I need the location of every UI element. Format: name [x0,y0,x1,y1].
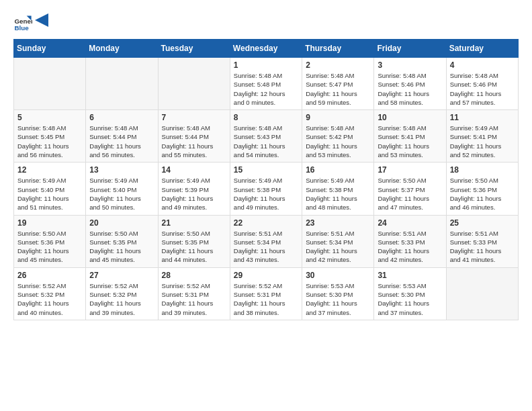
day-info: Sunrise: 5:49 AM Sunset: 5:38 PM Dayligh… [306,176,370,212]
day-number: 14 [162,165,226,175]
day-number: 21 [162,218,226,228]
calendar-cell: 13Sunrise: 5:49 AM Sunset: 5:40 PM Dayli… [86,163,158,215]
day-info: Sunrise: 5:49 AM Sunset: 5:39 PM Dayligh… [162,176,226,212]
calendar-cell: 19Sunrise: 5:50 AM Sunset: 5:36 PM Dayli… [14,215,86,267]
day-number: 16 [306,165,370,175]
day-number: 2 [306,60,370,70]
calendar-cell: 22Sunrise: 5:51 AM Sunset: 5:34 PM Dayli… [230,215,302,267]
calendar-cell: 30Sunrise: 5:53 AM Sunset: 5:30 PM Dayli… [302,267,374,320]
calendar-table: SundayMondayTuesdayWednesdayThursdayFrid… [13,39,519,320]
day-info: Sunrise: 5:48 AM Sunset: 5:43 PM Dayligh… [234,124,298,159]
calendar-cell: 10Sunrise: 5:48 AM Sunset: 5:41 PM Dayli… [374,110,446,163]
calendar-cell: 29Sunrise: 5:52 AM Sunset: 5:31 PM Dayli… [230,267,302,320]
calendar-cell: 21Sunrise: 5:50 AM Sunset: 5:35 PM Dayli… [158,215,230,267]
weekday-header: Friday [374,40,446,58]
day-number: 5 [17,113,82,122]
logo-icon: General Blue [13,13,32,32]
calendar-cell: 23Sunrise: 5:51 AM Sunset: 5:34 PM Dayli… [302,215,374,267]
day-number: 25 [450,218,515,228]
day-number: 29 [234,271,298,280]
day-info: Sunrise: 5:50 AM Sunset: 5:35 PM Dayligh… [162,229,226,265]
day-number: 13 [89,165,154,175]
day-number: 17 [378,165,442,175]
logo: General Blue [13,13,48,32]
day-number: 23 [306,218,370,228]
day-number: 6 [89,113,154,122]
day-number: 22 [234,218,298,228]
calendar-week-row: 19Sunrise: 5:50 AM Sunset: 5:36 PM Dayli… [14,215,519,267]
day-info: Sunrise: 5:48 AM Sunset: 5:46 PM Dayligh… [450,71,515,107]
calendar-cell: 8Sunrise: 5:48 AM Sunset: 5:43 PM Daylig… [230,110,302,163]
calendar-cell [86,58,158,110]
day-info: Sunrise: 5:48 AM Sunset: 5:46 PM Dayligh… [378,71,442,107]
day-info: Sunrise: 5:50 AM Sunset: 5:37 PM Dayligh… [378,176,442,212]
day-info: Sunrise: 5:50 AM Sunset: 5:35 PM Dayligh… [89,229,154,265]
calendar-week-row: 26Sunrise: 5:52 AM Sunset: 5:32 PM Dayli… [14,267,519,320]
day-info: Sunrise: 5:52 AM Sunset: 5:32 PM Dayligh… [17,281,82,317]
weekday-header: Monday [86,40,158,58]
calendar-cell: 4Sunrise: 5:48 AM Sunset: 5:46 PM Daylig… [446,58,518,110]
day-info: Sunrise: 5:49 AM Sunset: 5:40 PM Dayligh… [89,176,154,212]
day-number: 9 [306,113,370,122]
weekday-header: Sunday [14,40,86,58]
calendar-cell: 3Sunrise: 5:48 AM Sunset: 5:46 PM Daylig… [374,58,446,110]
day-info: Sunrise: 5:48 AM Sunset: 5:44 PM Dayligh… [89,124,154,159]
calendar-cell: 7Sunrise: 5:48 AM Sunset: 5:44 PM Daylig… [158,110,230,163]
calendar-cell [14,58,86,110]
day-info: Sunrise: 5:48 AM Sunset: 5:47 PM Dayligh… [306,71,370,107]
day-info: Sunrise: 5:53 AM Sunset: 5:30 PM Dayligh… [306,281,370,317]
day-number: 20 [89,218,154,228]
day-info: Sunrise: 5:48 AM Sunset: 5:41 PM Dayligh… [378,124,442,159]
weekday-header: Saturday [446,40,518,58]
day-number: 28 [162,271,226,280]
day-info: Sunrise: 5:50 AM Sunset: 5:36 PM Dayligh… [17,229,82,265]
calendar-cell: 17Sunrise: 5:50 AM Sunset: 5:37 PM Dayli… [374,163,446,215]
day-number: 31 [378,271,442,280]
calendar-week-row: 12Sunrise: 5:49 AM Sunset: 5:40 PM Dayli… [14,163,519,215]
day-info: Sunrise: 5:52 AM Sunset: 5:31 PM Dayligh… [234,281,298,317]
day-number: 12 [17,165,82,175]
day-number: 10 [378,113,442,122]
calendar-cell: 11Sunrise: 5:49 AM Sunset: 5:41 PM Dayli… [446,110,518,163]
day-number: 11 [450,113,515,122]
day-number: 15 [234,165,298,175]
day-info: Sunrise: 5:48 AM Sunset: 5:45 PM Dayligh… [17,124,82,159]
day-number: 4 [450,60,515,70]
day-number: 30 [306,271,370,280]
calendar-week-row: 1Sunrise: 5:48 AM Sunset: 5:48 PM Daylig… [14,58,519,110]
calendar-cell [446,267,518,320]
day-number: 7 [162,113,226,122]
day-number: 18 [450,165,515,175]
day-info: Sunrise: 5:52 AM Sunset: 5:31 PM Dayligh… [162,281,226,317]
weekday-header: Wednesday [230,40,302,58]
day-info: Sunrise: 5:50 AM Sunset: 5:36 PM Dayligh… [450,176,515,212]
day-info: Sunrise: 5:52 AM Sunset: 5:32 PM Dayligh… [89,281,154,317]
calendar-cell: 2Sunrise: 5:48 AM Sunset: 5:47 PM Daylig… [302,58,374,110]
day-number: 19 [17,218,82,228]
weekday-header: Thursday [302,40,374,58]
day-info: Sunrise: 5:48 AM Sunset: 5:44 PM Dayligh… [162,124,226,159]
logo-arrow-icon [35,13,48,27]
calendar-week-row: 5Sunrise: 5:48 AM Sunset: 5:45 PM Daylig… [14,110,519,163]
day-info: Sunrise: 5:51 AM Sunset: 5:33 PM Dayligh… [378,229,442,265]
weekday-header: Tuesday [158,40,230,58]
calendar-cell: 26Sunrise: 5:52 AM Sunset: 5:32 PM Dayli… [14,267,86,320]
calendar-cell: 12Sunrise: 5:49 AM Sunset: 5:40 PM Dayli… [14,163,86,215]
day-number: 26 [17,271,82,280]
calendar-cell: 15Sunrise: 5:49 AM Sunset: 5:38 PM Dayli… [230,163,302,215]
day-info: Sunrise: 5:51 AM Sunset: 5:33 PM Dayligh… [450,229,515,265]
calendar-cell: 24Sunrise: 5:51 AM Sunset: 5:33 PM Dayli… [374,215,446,267]
day-info: Sunrise: 5:53 AM Sunset: 5:30 PM Dayligh… [378,281,442,317]
calendar-cell: 20Sunrise: 5:50 AM Sunset: 5:35 PM Dayli… [86,215,158,267]
calendar-cell: 5Sunrise: 5:48 AM Sunset: 5:45 PM Daylig… [14,110,86,163]
calendar-cell: 14Sunrise: 5:49 AM Sunset: 5:39 PM Dayli… [158,163,230,215]
day-number: 8 [234,113,298,122]
calendar-cell: 18Sunrise: 5:50 AM Sunset: 5:36 PM Dayli… [446,163,518,215]
day-number: 24 [378,218,442,228]
calendar-cell: 31Sunrise: 5:53 AM Sunset: 5:30 PM Dayli… [374,267,446,320]
calendar-cell: 6Sunrise: 5:48 AM Sunset: 5:44 PM Daylig… [86,110,158,163]
day-info: Sunrise: 5:48 AM Sunset: 5:42 PM Dayligh… [306,124,370,159]
calendar-cell: 1Sunrise: 5:48 AM Sunset: 5:48 PM Daylig… [230,58,302,110]
day-info: Sunrise: 5:51 AM Sunset: 5:34 PM Dayligh… [306,229,370,265]
calendar-header-row: SundayMondayTuesdayWednesdayThursdayFrid… [14,40,519,58]
